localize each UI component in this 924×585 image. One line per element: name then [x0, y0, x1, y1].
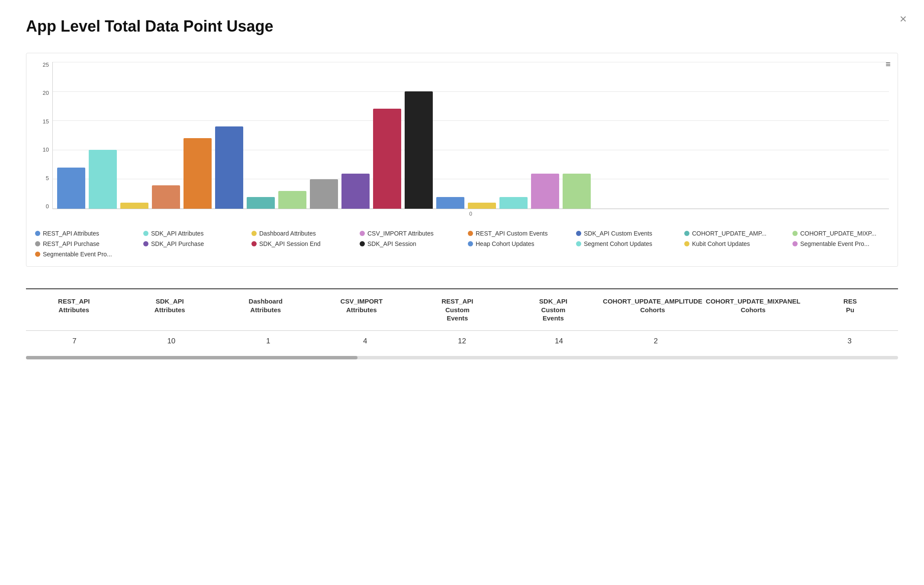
- legend-dot: [143, 231, 148, 236]
- legend-label: SDK_API Session: [367, 240, 416, 247]
- legend-dot: [251, 241, 257, 246]
- legend-item: SDK_API Purchase: [143, 240, 238, 247]
- table-header-row: REST_API AttributesSDK_API AttributesDas…: [26, 289, 898, 331]
- legend-item: SDK_API Custom Events: [576, 230, 671, 237]
- bar-cohort_mixp2: [563, 174, 591, 209]
- bar-sdk_session_end: [373, 109, 401, 209]
- legend-label: SDK_API Purchase: [151, 240, 204, 247]
- table-col-header: RES Pu: [802, 294, 898, 326]
- legend-item: Heap Cohort Updates: [468, 240, 563, 247]
- table-col-header: SDK_API Attributes: [122, 294, 218, 326]
- y-label-25: 25: [35, 62, 52, 68]
- legend-dot: [792, 241, 798, 246]
- horizontal-scrollbar[interactable]: [26, 356, 898, 359]
- legend-label: Segmentable Event Pro...: [43, 251, 112, 258]
- chart-area: 0 5 10 15 20 25: [35, 62, 889, 209]
- bar-rest_api_attr: [57, 168, 85, 209]
- table-col-value: 1: [220, 337, 317, 346]
- legend-dot: [35, 252, 40, 257]
- legend-label: SDK_API Attributes: [151, 230, 203, 237]
- legend-dot: [35, 231, 40, 236]
- page-title: App Level Total Data Point Usage: [26, 17, 898, 36]
- legend-label: COHORT_UPDATE_AMP...: [692, 230, 766, 237]
- table-col-header: Dashboard Attributes: [218, 294, 314, 326]
- bar-cohort_amp: [247, 197, 275, 209]
- table-col-value: 10: [123, 337, 220, 346]
- bar-sdk_api_custom: [215, 126, 243, 209]
- legend-item: Segmentable Event Pro...: [35, 251, 130, 258]
- legend-item: REST_API Purchase: [35, 240, 130, 247]
- scrollbar-thumb[interactable]: [26, 356, 357, 359]
- table-col-value: 12: [414, 337, 511, 346]
- table-col-value: 2: [607, 337, 704, 346]
- legend-label: SDK_API Session End: [259, 240, 321, 247]
- table-col-value: 3: [801, 337, 898, 346]
- close-button[interactable]: ×: [900, 13, 907, 25]
- legend-label: Segmentable Event Pro...: [800, 240, 869, 247]
- legend-dot: [360, 231, 365, 236]
- legend-item: SDK_API Attributes: [143, 230, 238, 237]
- legend-item: CSV_IMPORT Attributes: [360, 230, 455, 237]
- bottom-table: REST_API AttributesSDK_API AttributesDas…: [26, 288, 898, 352]
- legend-dot: [468, 241, 473, 246]
- legend-label: COHORT_UPDATE_MIXP...: [800, 230, 876, 237]
- legend-item: REST_API Custom Events: [468, 230, 563, 237]
- table-col-header: REST_API Attributes: [26, 294, 122, 326]
- bar-rest_api_custom: [184, 138, 212, 209]
- legend-dot: [468, 231, 473, 236]
- legend-label: SDK_API Custom Events: [584, 230, 652, 237]
- table-col-header: COHORT_UPDATE_AMPLITUDE Cohorts: [601, 294, 704, 326]
- legend-item: Segmentable Event Pro...: [792, 240, 888, 247]
- legend-item: Segment Cohort Updates: [576, 240, 671, 247]
- table-col-value: 7: [26, 337, 123, 346]
- bar-segment_cohort: [499, 197, 528, 209]
- bar-sdk_api_purchase: [341, 174, 370, 209]
- bar-kubit_cohort: [468, 203, 496, 209]
- table-col-header: COHORT_UPDATE_MIXPANEL Cohorts: [704, 294, 802, 326]
- legend: REST_API AttributesSDK_API AttributesDas…: [35, 226, 889, 262]
- legend-dot: [684, 241, 689, 246]
- y-label-0: 0: [35, 204, 52, 209]
- legend-item: SDK_API Session End: [251, 240, 347, 247]
- legend-item: Kubit Cohort Updates: [684, 240, 779, 247]
- chart-container: ≡ 0 5 10 15 20 25 0: [26, 53, 898, 267]
- y-axis: 0 5 10 15 20 25: [35, 62, 52, 209]
- legend-dot: [143, 241, 148, 246]
- legend-item: COHORT_UPDATE_MIXP...: [792, 230, 888, 237]
- table-col-value: 14: [510, 337, 607, 346]
- bar-rest_api_purchase: [310, 179, 338, 209]
- y-label-5: 5: [35, 175, 52, 181]
- x-axis-zero: 0: [35, 211, 889, 217]
- legend-label: Segment Cohort Updates: [584, 240, 652, 247]
- legend-dot: [251, 231, 257, 236]
- legend-label: Heap Cohort Updates: [476, 240, 534, 247]
- y-label-10: 10: [35, 147, 52, 152]
- bar-dashboard_attr: [120, 203, 148, 209]
- table-col-header: REST_API Custom Events: [409, 294, 505, 326]
- legend-label: Dashboard Attributes: [259, 230, 316, 237]
- bar-csv_import_attr2: [531, 174, 559, 209]
- legend-item: COHORT_UPDATE_AMP...: [684, 230, 779, 237]
- table-values-row: 71014121423: [26, 331, 898, 352]
- bar-heap_cohort: [436, 197, 464, 209]
- legend-label: REST_API Purchase: [43, 240, 100, 247]
- legend-dot: [576, 241, 581, 246]
- y-label-20: 20: [35, 90, 52, 96]
- table-col-header: SDK_API Custom Events: [505, 294, 602, 326]
- bar-sdk_session: [405, 91, 433, 209]
- legend-item: SDK_API Session: [360, 240, 455, 247]
- legend-dot: [360, 241, 365, 246]
- legend-dot: [576, 231, 581, 236]
- legend-dot: [35, 241, 40, 246]
- y-label-15: 15: [35, 119, 52, 124]
- legend-item: REST_API Attributes: [35, 230, 130, 237]
- table-col-value: [704, 337, 801, 346]
- legend-item: Dashboard Attributes: [251, 230, 347, 237]
- bar-csv_import_attr: [152, 185, 180, 209]
- bars-inner: [53, 62, 889, 209]
- legend-label: REST_API Custom Events: [476, 230, 548, 237]
- legend-dot: [684, 231, 689, 236]
- legend-label: CSV_IMPORT Attributes: [367, 230, 434, 237]
- bar-cohort_mix: [278, 191, 306, 209]
- bar-sdk_api_attr: [89, 150, 117, 209]
